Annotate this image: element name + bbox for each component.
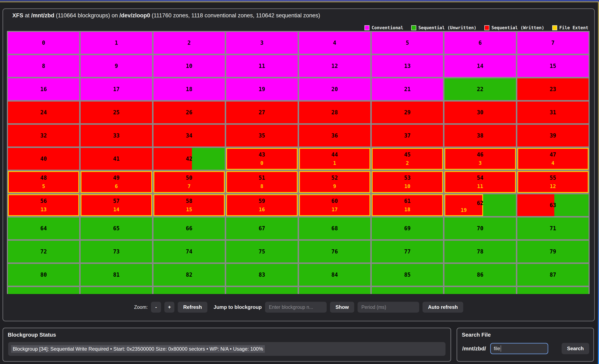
blockgroup-cell-90[interactable]: 90 xyxy=(153,287,225,294)
blockgroup-cell-4[interactable]: 4 xyxy=(299,32,370,54)
blockgroup-cell-44[interactable]: 441 xyxy=(299,148,370,170)
blockgroup-cell-68[interactable]: 68 xyxy=(299,218,370,239)
blockgroup-cell-7[interactable]: 7 xyxy=(517,32,589,54)
auto-refresh-period-input[interactable] xyxy=(358,302,419,313)
blockgroup-cell-74[interactable]: 74 xyxy=(153,241,225,262)
blockgroup-cell-16[interactable]: 16 xyxy=(8,78,79,100)
blockgroup-cell-91[interactable]: 91 xyxy=(226,287,297,294)
blockgroup-cell-72[interactable]: 72 xyxy=(8,241,79,262)
blockgroup-cell-87[interactable]: 87 xyxy=(517,264,589,286)
blockgroup-cell-17[interactable]: 17 xyxy=(81,78,152,100)
blockgroup-cell-73[interactable]: 73 xyxy=(81,241,152,262)
blockgroup-cell-1[interactable]: 1 xyxy=(81,32,152,54)
blockgroup-cell-86[interactable]: 86 xyxy=(444,264,516,286)
blockgroup-cell-45[interactable]: 452 xyxy=(372,148,443,170)
blockgroup-cell-95[interactable]: 95 xyxy=(517,287,589,294)
blockgroup-cell-76[interactable]: 76 xyxy=(299,241,370,262)
blockgroup-cell-18[interactable]: 18 xyxy=(153,78,225,100)
blockgroup-cell-34[interactable]: 34 xyxy=(153,125,225,146)
blockgroup-cell-13[interactable]: 13 xyxy=(372,55,443,77)
blockgroup-cell-23[interactable]: 23 xyxy=(517,78,589,100)
blockgroup-cell-2[interactable]: 2 xyxy=(153,32,225,54)
blockgroup-cell-94[interactable]: 94 xyxy=(444,287,516,294)
blockgroup-cell-11[interactable]: 11 xyxy=(226,55,297,77)
blockgroup-cell-69[interactable]: 69 xyxy=(372,218,443,239)
blockgroup-cell-15[interactable]: 15 xyxy=(517,55,589,77)
blockgroup-cell-6[interactable]: 6 xyxy=(444,32,516,54)
blockgroup-cell-67[interactable]: 67 xyxy=(226,218,297,239)
blockgroup-cell-30[interactable]: 30 xyxy=(444,102,516,123)
blockgroup-cell-75[interactable]: 75 xyxy=(226,241,297,262)
blockgroup-cell-9[interactable]: 9 xyxy=(81,55,152,77)
search-file-input[interactable]: file xyxy=(490,343,548,354)
blockgroup-cell-85[interactable]: 85 xyxy=(372,264,443,286)
blockgroup-cell-31[interactable]: 31 xyxy=(517,102,589,123)
blockgroup-cell-49[interactable]: 496 xyxy=(81,171,152,193)
blockgroup-cell-46[interactable]: 463 xyxy=(444,148,516,170)
blockgroup-cell-79[interactable]: 79 xyxy=(517,241,589,262)
blockgroup-cell-12[interactable]: 12 xyxy=(299,55,370,77)
blockgroup-cell-71[interactable]: 71 xyxy=(517,218,589,239)
blockgroup-cell-28[interactable]: 28 xyxy=(299,102,370,123)
blockgroup-cell-62[interactable]: 6219 xyxy=(444,194,516,216)
blockgroup-cell-59[interactable]: 5916 xyxy=(226,194,297,216)
blockgroup-cell-42[interactable]: 42 xyxy=(153,148,225,170)
blockgroup-cell-70[interactable]: 70 xyxy=(444,218,516,239)
blockgroup-cell-77[interactable]: 77 xyxy=(372,241,443,262)
blockgroup-cell-10[interactable]: 10 xyxy=(153,55,225,77)
blockgroup-cell-22[interactable]: 22 xyxy=(444,78,516,100)
blockgroup-cell-39[interactable]: 39 xyxy=(517,125,589,146)
blockgroup-cell-8[interactable]: 8 xyxy=(8,55,79,77)
blockgroup-cell-24[interactable]: 24 xyxy=(8,102,79,123)
jump-to-blockgroup-input[interactable] xyxy=(265,302,327,313)
blockgroup-cell-33[interactable]: 33 xyxy=(81,125,152,146)
blockgroup-cell-0[interactable]: 0 xyxy=(8,32,79,54)
blockgroup-cell-38[interactable]: 38 xyxy=(444,125,516,146)
blockgroup-cell-20[interactable]: 20 xyxy=(299,78,370,100)
blockgroup-cell-35[interactable]: 35 xyxy=(226,125,297,146)
blockgroup-cell-53[interactable]: 5310 xyxy=(372,171,443,193)
blockgroup-cell-3[interactable]: 3 xyxy=(226,32,297,54)
blockgroup-cell-83[interactable]: 83 xyxy=(226,264,297,286)
blockgroup-cell-47[interactable]: 474 xyxy=(517,148,589,170)
blockgroup-cell-48[interactable]: 485 xyxy=(8,171,79,193)
blockgroup-cell-58[interactable]: 5815 xyxy=(153,194,225,216)
search-button[interactable]: Search xyxy=(562,343,589,354)
blockgroup-cell-14[interactable]: 14 xyxy=(444,55,516,77)
auto-refresh-button[interactable]: Auto refresh xyxy=(423,302,463,313)
blockgroup-cell-82[interactable]: 82 xyxy=(153,264,225,286)
blockgroup-cell-55[interactable]: 5512 xyxy=(517,171,589,193)
blockgroup-cell-27[interactable]: 27 xyxy=(226,102,297,123)
blockgroup-cell-93[interactable]: 93 xyxy=(372,287,443,294)
blockgroup-cell-60[interactable]: 6017 xyxy=(299,194,370,216)
blockgroup-cell-32[interactable]: 32 xyxy=(8,125,79,146)
blockgroup-cell-80[interactable]: 80 xyxy=(8,264,79,286)
blockgroup-cell-21[interactable]: 21 xyxy=(372,78,443,100)
zoom-in-button[interactable]: + xyxy=(164,302,174,313)
blockgroup-cell-52[interactable]: 529 xyxy=(299,171,370,193)
blockgroup-cell-36[interactable]: 36 xyxy=(299,125,370,146)
blockgroup-cell-41[interactable]: 41 xyxy=(81,148,152,170)
blockgroup-cell-78[interactable]: 78 xyxy=(444,241,516,262)
blockgroup-cell-56[interactable]: 5613 xyxy=(8,194,79,216)
blockgroup-cell-63[interactable]: 63 xyxy=(517,194,589,216)
blockgroup-cell-40[interactable]: 40 xyxy=(8,148,79,170)
blockgroup-cell-61[interactable]: 6118 xyxy=(372,194,443,216)
blockgroup-cell-43[interactable]: 430 xyxy=(226,148,297,170)
blockgroup-cell-81[interactable]: 81 xyxy=(81,264,152,286)
zoom-out-button[interactable]: - xyxy=(151,302,161,313)
blockgroup-cell-89[interactable]: 89 xyxy=(81,287,152,294)
blockgroup-cell-26[interactable]: 26 xyxy=(153,102,225,123)
blockgroup-cell-25[interactable]: 25 xyxy=(81,102,152,123)
blockgroup-cell-50[interactable]: 507 xyxy=(153,171,225,193)
show-button[interactable]: Show xyxy=(330,302,354,313)
blockgroup-cell-66[interactable]: 66 xyxy=(153,218,225,239)
refresh-button[interactable]: Refresh xyxy=(178,302,207,313)
blockgroup-cell-88[interactable]: 88 xyxy=(8,287,79,294)
blockgroup-cell-37[interactable]: 37 xyxy=(372,125,443,146)
blockgroup-cell-5[interactable]: 5 xyxy=(372,32,443,54)
blockgroup-cell-84[interactable]: 84 xyxy=(299,264,370,286)
blockgroup-cell-92[interactable]: 92 xyxy=(299,287,370,294)
blockgroup-cell-51[interactable]: 518 xyxy=(226,171,297,193)
blockgroup-cell-57[interactable]: 5714 xyxy=(81,194,152,216)
